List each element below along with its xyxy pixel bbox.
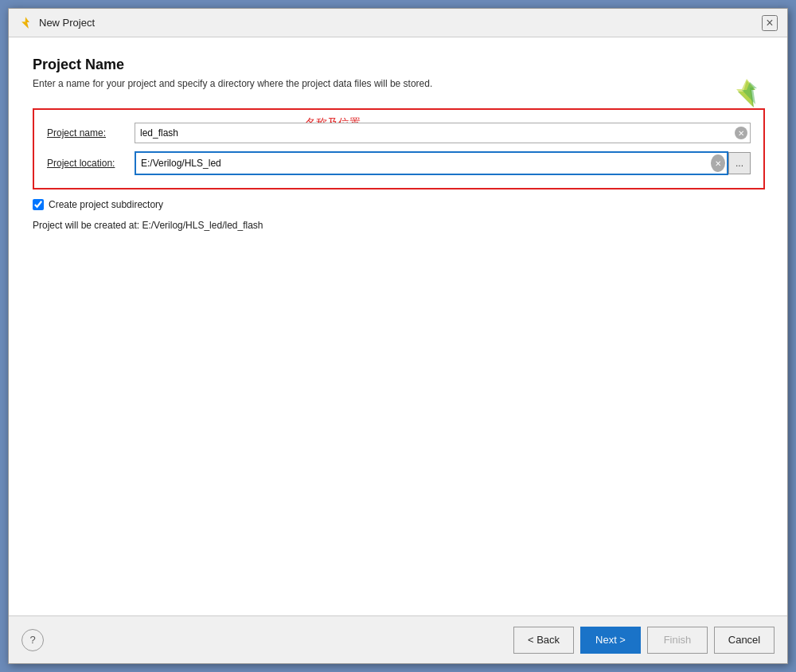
close-button[interactable]: × [762, 15, 778, 31]
new-project-dialog: New Project × Project Name Enter a name … [8, 8, 788, 664]
title-bar-left: New Project [18, 16, 95, 30]
project-location-row: Project location: ✕ ... [47, 151, 751, 175]
project-location-clear-button[interactable]: ✕ [711, 154, 725, 172]
project-name-input-wrapper: ✕ [135, 123, 751, 143]
form-area: 名称及位置 Project name: ✕ Project location: [33, 108, 765, 189]
create-subdirectory-checkbox[interactable] [33, 199, 44, 210]
project-name-clear-button[interactable]: ✕ [735, 127, 747, 139]
project-name-label: Project name: [47, 127, 135, 139]
finish-button[interactable]: Finish [647, 627, 708, 654]
project-location-input[interactable] [136, 153, 711, 174]
project-name-label-text: Project name: [47, 127, 106, 139]
project-path-prefix: Project will be created at: [33, 220, 142, 231]
project-location-label-text: Project location: [47, 158, 115, 169]
page-subtitle: Enter a name for your project and specif… [33, 78, 763, 89]
project-name-input[interactable] [135, 123, 751, 143]
project-location-label: Project location: [47, 158, 135, 169]
project-path-info: Project will be created at: E:/Verilog/H… [33, 220, 763, 231]
footer-left: ? [21, 629, 44, 651]
dialog-title: New Project [39, 17, 95, 29]
app-title-icon [18, 16, 33, 30]
project-name-row: Project name: ✕ [47, 123, 751, 143]
create-subdirectory-label[interactable]: Create project subdirectory [49, 199, 163, 210]
next-button[interactable]: Next > [580, 627, 641, 654]
dialog-content: Project Name Enter a name for your proje… [9, 37, 787, 615]
footer-right: < Back Next > Finish Cancel [513, 627, 775, 654]
back-button[interactable]: < Back [513, 627, 574, 654]
dialog-footer: ? < Back Next > Finish Cancel [9, 615, 787, 663]
title-bar: New Project × [9, 9, 787, 37]
project-location-input-wrapper: ✕ [135, 151, 728, 175]
app-logo-icon [730, 77, 763, 111]
browse-button[interactable]: ... [728, 152, 751, 174]
create-subdirectory-row: Create project subdirectory [33, 199, 763, 210]
page-title: Project Name [33, 57, 763, 73]
help-button[interactable]: ? [21, 629, 44, 651]
project-path-value: E:/Verilog/HLS_led/led_flash [142, 220, 263, 231]
cancel-button[interactable]: Cancel [714, 627, 775, 654]
